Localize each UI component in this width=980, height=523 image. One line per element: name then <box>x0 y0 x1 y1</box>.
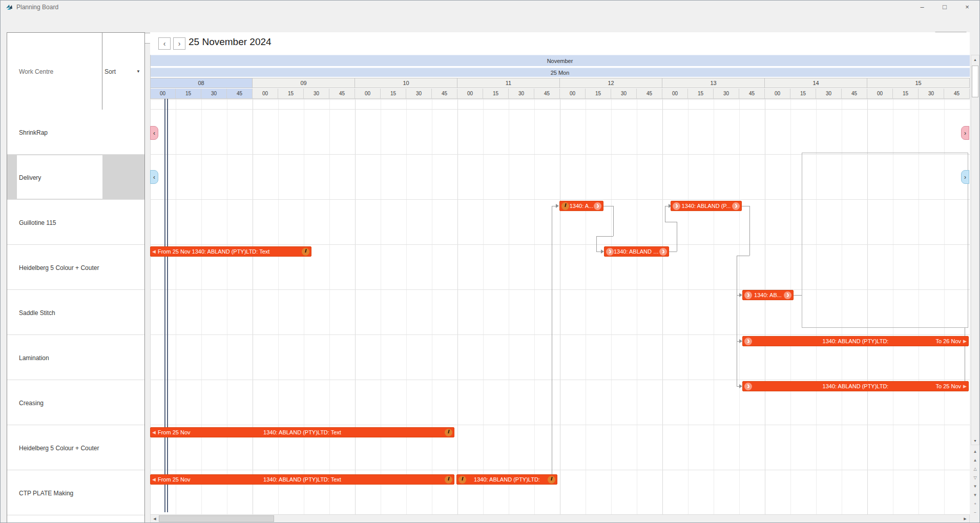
work-centre-column-header: Work Centre <box>19 68 53 75</box>
dependency-line <box>613 206 614 236</box>
day-header: 25 Mon <box>150 68 970 77</box>
row-nav-button-7[interactable]: − <box>971 508 979 517</box>
clock-icon <box>784 291 791 299</box>
task-bar-left-group: ◀From 25 Nov <box>152 429 191 435</box>
minute-header-cell: 00 <box>457 89 483 98</box>
work-centre-label: Guillotine 115 <box>19 219 56 226</box>
clock-icon <box>659 248 667 256</box>
sort-dropdown-arrow-icon[interactable]: ▼ <box>136 69 140 74</box>
minute-header-cell: 45 <box>329 89 355 98</box>
offscreen-task-chip-right[interactable]: › <box>961 170 969 184</box>
close-button[interactable]: × <box>956 1 978 13</box>
maximize-button[interactable]: □ <box>933 1 956 13</box>
work-centre-row[interactable]: ShrinkRap <box>7 110 144 155</box>
scroll-right-icon[interactable]: ▶ <box>961 515 969 522</box>
minute-header-cell: 00 <box>253 89 278 98</box>
row-nav-button-5[interactable]: ▼ <box>971 491 979 499</box>
task-bar[interactable]: 1340: AB... <box>742 290 794 300</box>
task-bar-right-group <box>445 429 452 436</box>
work-centre-row[interactable]: Creasing <box>7 380 144 425</box>
task-bar-left-group <box>561 202 569 210</box>
row-nav-button-3[interactable]: ▽ <box>971 473 979 482</box>
task-bar[interactable]: 1340: ABLAND (PTY)LTD:To 25 Nov▶ <box>742 381 969 391</box>
work-centre-label: Heidelberg 5 Colour + Couter <box>19 445 99 452</box>
hour-header-cell: 10 <box>355 78 457 88</box>
dependency-arrow-icon <box>556 204 559 208</box>
task-bar[interactable]: 1340: ABLAND (PTY)LTD: <box>456 474 557 485</box>
scroll-up-icon[interactable]: ▲ <box>971 55 979 64</box>
minute-header-cell: 45 <box>637 89 662 98</box>
task-label: 1340: ABLAND (PTY)LTD: Text <box>151 476 454 483</box>
task-bar[interactable]: ◀From 25 Nov1340: ABLAND (PTY)LTD: Text <box>150 474 454 485</box>
dependency-line <box>669 252 677 252</box>
task-bar[interactable]: 1340: ABLAND (PTY)LTD:To 26 Nov▶ <box>742 336 969 346</box>
row-nav-button-4[interactable]: ▼ <box>971 482 979 491</box>
minute-header-row: 0015304500153045001530450015304500153045… <box>150 89 970 99</box>
task-bar[interactable]: 1340: A... <box>559 201 603 211</box>
row-nav-button-1[interactable]: ▲ <box>971 456 979 465</box>
continues-right-icon: ▶ <box>963 339 967 344</box>
scroll-left-icon[interactable]: ◀ <box>151 515 159 522</box>
work-centre-label: Lamination <box>19 354 49 362</box>
offscreen-task-chip-left[interactable]: ‹ <box>150 126 158 140</box>
dependency-line <box>552 206 556 206</box>
work-centre-row[interactable]: Delivery <box>7 155 144 200</box>
horizontal-scrollbar-thumb[interactable] <box>159 515 274 522</box>
task-bar-left-group <box>606 248 614 256</box>
app-logo-icon <box>5 3 13 11</box>
window-title: Planning Board <box>16 4 58 11</box>
dependency-line <box>665 222 677 222</box>
minute-header-cell: 30 <box>304 89 329 98</box>
task-label: 1340: AB... <box>752 292 784 298</box>
minute-header-cell: 45 <box>739 89 765 98</box>
offscreen-task-chip-right[interactable]: › <box>961 126 969 140</box>
current-time-line <box>167 99 168 512</box>
clock-icon <box>744 383 752 390</box>
task-bar[interactable]: ◀From 25 Nov1340: ABLAND (PTY)LTD: Text <box>150 427 454 437</box>
task-bar[interactable]: 1340: ABLAND (P... <box>671 201 742 211</box>
work-centre-row[interactable]: Saddle Stitch <box>7 290 144 335</box>
next-day-button[interactable]: › <box>173 37 185 50</box>
task-bar[interactable]: 1340: ABLAND (... <box>604 246 669 257</box>
gantt-grid[interactable]: ◀From 25 Nov1340: ABLAND (PTY)LTD: Text1… <box>150 99 970 514</box>
minute-header-cell: 00 <box>560 89 586 98</box>
work-centre-header: Work Centre Sort ▼ <box>7 33 144 110</box>
work-centre-row[interactable]: Heidelberg 5 Colour + Couter <box>7 425 144 470</box>
alert-icon <box>458 476 466 484</box>
minute-header-cell: 45 <box>944 89 970 98</box>
row-nav-button-2[interactable]: △ <box>971 465 979 473</box>
task-label: 1340: ABLAND (... <box>614 248 659 255</box>
task-bar-left-group <box>458 476 466 484</box>
row-nav-button-6[interactable]: + <box>971 499 979 508</box>
work-centre-row[interactable]: CTP PLATE Making <box>7 470 144 515</box>
offscreen-task-chip-left[interactable]: ‹ <box>150 170 158 184</box>
minute-header-cell: 45 <box>534 89 560 98</box>
work-centre-rows: ShrinkRapDeliveryGuillotine 115Heidelber… <box>7 110 144 523</box>
task-bar-right-group <box>548 476 555 484</box>
scroll-down-icon[interactable]: ▼ <box>971 436 979 445</box>
minute-header-cell: 15 <box>381 89 406 98</box>
work-centre-label: Saddle Stitch <box>19 309 55 317</box>
prev-day-button[interactable]: ‹ <box>158 37 171 50</box>
minimize-button[interactable]: – <box>911 1 933 13</box>
dependency-line <box>665 206 669 206</box>
sort-dropdown[interactable]: Sort <box>105 68 116 75</box>
minute-header-cell: 00 <box>662 89 688 98</box>
vertical-scrollbar[interactable]: ▲ ▼ <box>971 55 979 445</box>
clock-icon <box>606 248 614 256</box>
alert-icon <box>548 476 555 484</box>
minute-header-cell: 45 <box>432 89 457 98</box>
work-centre-row[interactable]: Lamination <box>7 335 144 380</box>
work-centre-row[interactable]: Guillotine 115 <box>7 200 144 245</box>
minute-header-cell: 30 <box>714 89 739 98</box>
clock-icon <box>594 202 601 210</box>
dependency-line <box>737 256 749 256</box>
row-nav-button-0[interactable]: ▲ <box>971 447 979 456</box>
vertical-scrollbar-thumb[interactable] <box>972 66 978 97</box>
from-date-label: From 25 Nov <box>158 248 191 255</box>
horizontal-scrollbar[interactable]: ◀ ▶ <box>150 514 970 523</box>
alert-icon <box>302 248 309 256</box>
dependency-line <box>677 222 677 252</box>
work-centre-row[interactable]: Heidelberg 5 Colour + Couter <box>7 245 144 290</box>
task-bar[interactable]: ◀From 25 Nov1340: ABLAND (PTY)LTD: Text <box>150 246 311 257</box>
